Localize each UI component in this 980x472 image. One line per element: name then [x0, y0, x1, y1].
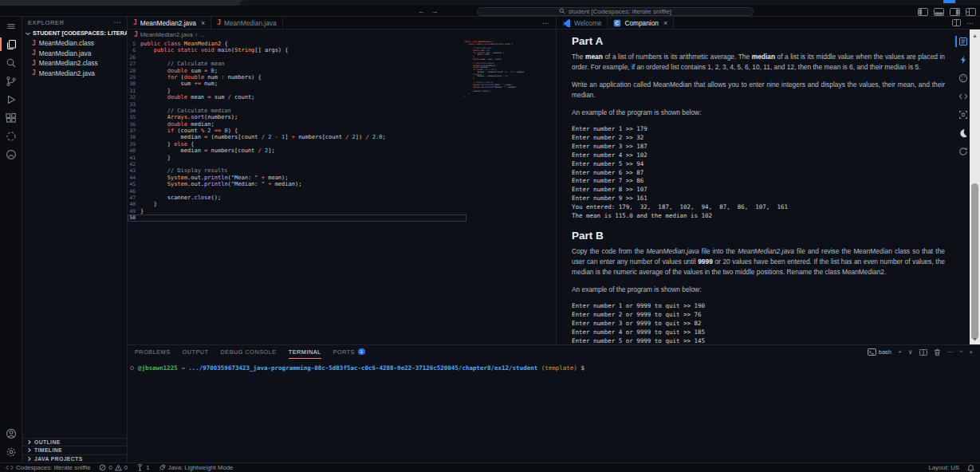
tab-meanmedian-java[interactable]: JMeanMedian.java: [211, 17, 282, 29]
palette-icon[interactable]: [958, 73, 968, 83]
forward-icon[interactable]: →: [431, 7, 439, 15]
terminal[interactable]: @jbsawn1225 → .../9700359673423_java-pro…: [128, 359, 980, 372]
paragraph: The mean of a list of numbers is its ari…: [572, 52, 945, 73]
debug-icon[interactable]: [0, 90, 22, 108]
zap-icon[interactable]: [958, 55, 968, 65]
back-icon[interactable]: ←: [418, 7, 425, 15]
source-control-icon[interactable]: [0, 72, 22, 90]
code-line-32: 32 double mean = sum / count;: [128, 94, 466, 100]
file-meanmedian-class[interactable]: JMeanMedian.class: [22, 38, 127, 49]
remote-indicator[interactable]: Codespaces: literate sniffle: [6, 464, 90, 471]
ports-badge: 1: [358, 348, 365, 356]
file-meanmedian2-class[interactable]: JMeanMedian2.class: [22, 58, 127, 69]
java-file-icon: J: [32, 40, 36, 47]
shell-selector[interactable]: bash: [868, 348, 891, 356]
extensions-icon[interactable]: [0, 108, 22, 127]
code-line-27: 27 // Calculate mean: [128, 61, 466, 67]
java-file-icon: J: [134, 31, 138, 38]
account-icon[interactable]: [0, 424, 22, 442]
vscode-icon: [562, 18, 571, 27]
panel-tab-debug-console[interactable]: DEBUG CONSOLE: [221, 345, 277, 359]
java-status[interactable]: Java: Lightweight Mode: [159, 464, 234, 471]
code-line-43: 43 // Display results: [128, 167, 466, 174]
tab-meanmedian2-java[interactable]: JMeanMedian2.java×: [128, 17, 211, 29]
panel-tab-ports[interactable]: PORTS1: [333, 345, 365, 359]
close-tab-icon[interactable]: ×: [663, 19, 667, 27]
vscode-window: ← → student [Codespaces: literate sniffl…: [0, 0, 980, 472]
companion-more-actions-icon[interactable]: ⋯: [966, 19, 974, 27]
remote-icon: [6, 464, 14, 471]
problems-indicator[interactable]: 0 0: [99, 464, 128, 471]
editor-group: JMeanMedian2.java×JMeanMedian.java ⋯ J M…: [128, 17, 556, 344]
split-terminal-icon[interactable]: [919, 349, 927, 356]
panel-more-actions-icon[interactable]: ⋯: [947, 348, 954, 356]
minimap[interactable]: public class MeanMedian2 { public static…: [464, 41, 524, 120]
keyboard-layout[interactable]: Layout: US: [928, 464, 959, 471]
menu-icon[interactable]: [0, 17, 22, 35]
close-tab-icon[interactable]: ×: [201, 19, 205, 27]
command-center[interactable]: student [Codespaces: literate sniffle]: [477, 7, 754, 17]
reader-icon[interactable]: [958, 37, 968, 46]
toggle-secondary-sidebar-icon[interactable]: [950, 8, 960, 16]
maximize-panel-icon[interactable]: ^: [960, 348, 963, 356]
workspace-root-folder[interactable]: STUDENT [CODESPACES: LITERATE SNIFFLE]: [22, 28, 127, 38]
scan-icon[interactable]: [958, 110, 968, 120]
companion-scrollbar[interactable]: ▲ ▼: [970, 30, 980, 344]
explorer-icon[interactable]: [0, 35, 22, 53]
warning-icon: [115, 464, 122, 471]
scroll-down-icon[interactable]: ▼: [970, 335, 980, 343]
section-timeline[interactable]: TIMELINE: [22, 446, 127, 454]
github-icon[interactable]: [0, 145, 22, 163]
customize-layout-icon[interactable]: [966, 8, 976, 16]
editor-more-actions-icon[interactable]: ⋯: [542, 19, 549, 27]
code-icon[interactable]: [958, 92, 968, 101]
paragraph: An example of the program is shown below…: [572, 285, 945, 295]
close-panel-icon[interactable]: ×: [969, 348, 973, 356]
chevron-right-icon: [26, 439, 32, 445]
spinner-icon[interactable]: [0, 127, 22, 145]
toggle-sidebar-icon[interactable]: [918, 8, 928, 16]
ports-indicator[interactable]: 1: [136, 464, 149, 471]
sync-icon[interactable]: [958, 147, 968, 156]
moon-icon[interactable]: [958, 128, 968, 138]
companion-panel: WelcomeCompanion× ⋯ Part AThe mean of a …: [556, 17, 980, 344]
prompt-segment: $: [581, 364, 584, 372]
toggle-panel-icon[interactable]: [934, 8, 944, 16]
section-outline[interactable]: OUTLINE: [22, 438, 127, 446]
paragraph: Copy the code from the MeanMedian.java f…: [572, 246, 945, 277]
breadcrumb[interactable]: J MeanMedian2.java › ...: [128, 30, 556, 39]
scroll-up-icon[interactable]: ▲: [970, 31, 980, 39]
panel-tab-output[interactable]: OUTPUT: [183, 345, 209, 359]
new-terminal-icon[interactable]: +: [898, 348, 902, 356]
explorer-more-actions-icon[interactable]: ⋯: [113, 18, 121, 26]
scrollbar-thumb[interactable]: [971, 183, 978, 340]
section-java-projects[interactable]: JAVA PROJECTS: [22, 454, 127, 463]
bottom-panel: PROBLEMSOUTPUTDEBUG CONSOLETERMINALPORTS…: [128, 344, 980, 462]
code-line-41: 41 }: [128, 155, 466, 161]
panel-tab-terminal[interactable]: TERMINAL: [289, 345, 321, 359]
file-meanmedian2-java[interactable]: JMeanMedian2.java: [22, 69, 127, 79]
tab-welcome[interactable]: Welcome: [557, 17, 608, 29]
companion-content[interactable]: Part AThe mean of a list of numbers is i…: [557, 30, 956, 344]
panel-tab-problems[interactable]: PROBLEMS: [135, 345, 171, 359]
code-line-34: 34 // Calculate median: [128, 108, 466, 114]
kill-terminal-icon[interactable]: [934, 348, 941, 356]
code-editor[interactable]: 5public class MeanMedian2 {6 public stat…: [128, 39, 556, 344]
search-icon-lg[interactable]: [0, 53, 22, 72]
file-meanmedian-java[interactable]: JMeanMedian.java: [22, 49, 127, 59]
java-file-icon: J: [133, 19, 137, 26]
notifications-bell[interactable]: [967, 464, 974, 472]
terminal-dropdown-icon[interactable]: ∨: [908, 348, 913, 356]
section-heading: Part A: [572, 35, 945, 47]
command-decoration-icon: [130, 366, 134, 370]
code-line-31: 31 }: [128, 88, 466, 94]
radio-tower-icon: [136, 464, 144, 471]
code-line-45: 45 System.out.println("Median: " + media…: [128, 181, 466, 187]
split-editor-icon[interactable]: [952, 19, 961, 26]
command-center-label: student [Codespaces: literate sniffle]: [569, 8, 671, 15]
code-line-36: 36 double median;: [128, 121, 466, 128]
code-line-28: 28 double sum = 0;: [128, 68, 466, 74]
settings-gear-icon[interactable]: [0, 442, 22, 461]
tab-companion[interactable]: Companion×: [608, 17, 674, 29]
code-line-26: 26: [128, 54, 466, 61]
